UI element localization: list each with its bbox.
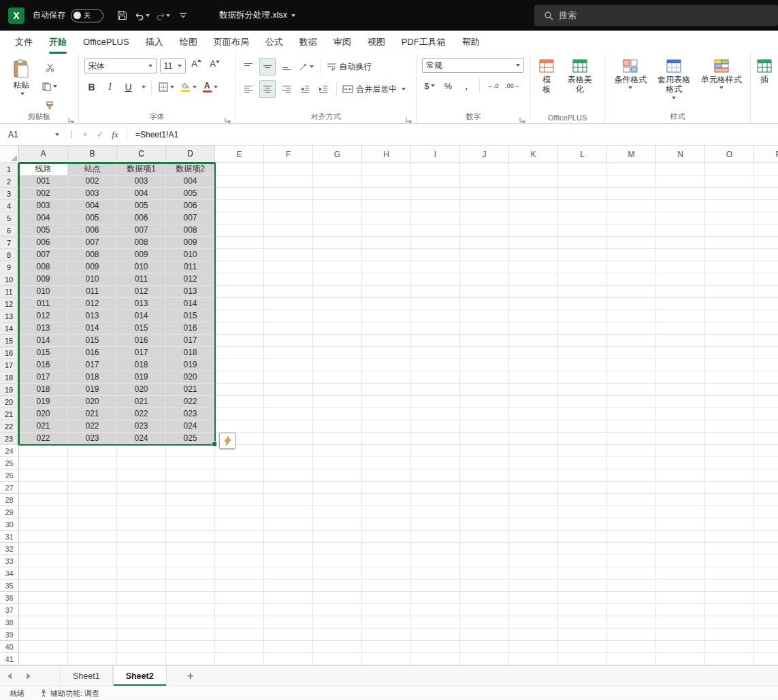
cell-E30[interactable] bbox=[215, 518, 264, 531]
cell-N26[interactable] bbox=[656, 469, 705, 482]
cell-J37[interactable] bbox=[460, 604, 509, 616]
cell-L3[interactable] bbox=[558, 188, 607, 200]
cell-H11[interactable] bbox=[362, 286, 411, 298]
cell-M30[interactable] bbox=[607, 518, 656, 531]
cell-F38[interactable] bbox=[264, 616, 313, 629]
cell-H2[interactable] bbox=[362, 176, 411, 188]
cell-F4[interactable] bbox=[264, 200, 313, 212]
cell-M19[interactable] bbox=[607, 384, 656, 396]
cell-J16[interactable] bbox=[460, 347, 509, 359]
cell-F30[interactable] bbox=[264, 518, 313, 531]
cell-N17[interactable] bbox=[656, 359, 705, 371]
cell-O25[interactable] bbox=[705, 457, 754, 469]
cell-B32[interactable] bbox=[68, 543, 117, 555]
cell-C12[interactable]: 013 bbox=[117, 298, 166, 310]
cell-J21[interactable] bbox=[460, 408, 509, 420]
cell-L33[interactable] bbox=[558, 555, 607, 567]
cell-G22[interactable] bbox=[313, 420, 362, 433]
row-header-36[interactable]: 36 bbox=[0, 592, 19, 604]
orientation-button[interactable] bbox=[297, 59, 315, 75]
cell-K26[interactable] bbox=[509, 469, 558, 482]
cell-C26[interactable] bbox=[117, 469, 166, 482]
cell-H34[interactable] bbox=[362, 567, 411, 580]
cell-I29[interactable] bbox=[411, 506, 460, 518]
cell-G27[interactable] bbox=[313, 482, 362, 494]
cell-C3[interactable]: 004 bbox=[117, 188, 166, 200]
decrease-font-size-button[interactable]: A bbox=[208, 58, 223, 74]
cell-H16[interactable] bbox=[362, 347, 411, 359]
cell-K37[interactable] bbox=[509, 604, 558, 616]
cell-J33[interactable] bbox=[460, 555, 509, 567]
cell-K3[interactable] bbox=[509, 188, 558, 200]
cell-E11[interactable] bbox=[215, 286, 264, 298]
undo-button[interactable] bbox=[133, 7, 151, 24]
cell-F8[interactable] bbox=[264, 249, 313, 261]
cell-A20[interactable]: 019 bbox=[19, 396, 68, 408]
cell-F26[interactable] bbox=[264, 469, 313, 482]
cell-D30[interactable] bbox=[166, 518, 215, 531]
cell-I22[interactable] bbox=[411, 420, 460, 433]
cell-F32[interactable] bbox=[264, 543, 313, 555]
cell-P30[interactable] bbox=[754, 518, 778, 531]
cell-L39[interactable] bbox=[558, 629, 607, 641]
row-header-26[interactable]: 26 bbox=[0, 469, 19, 482]
cell-L32[interactable] bbox=[558, 543, 607, 555]
cell-E16[interactable] bbox=[215, 347, 264, 359]
cell-G15[interactable] bbox=[313, 335, 362, 347]
cell-C30[interactable] bbox=[117, 518, 166, 531]
cell-M11[interactable] bbox=[607, 286, 656, 298]
quick-access-customize-button[interactable] bbox=[174, 7, 192, 24]
cell-K4[interactable] bbox=[509, 200, 558, 212]
cell-B28[interactable] bbox=[68, 494, 117, 506]
cell-K14[interactable] bbox=[509, 322, 558, 335]
cell-D41[interactable] bbox=[166, 653, 215, 665]
cell-E2[interactable] bbox=[215, 176, 264, 188]
row-header-31[interactable]: 31 bbox=[0, 531, 19, 543]
row-header-7[interactable]: 7 bbox=[0, 237, 19, 249]
cell-I30[interactable] bbox=[411, 518, 460, 531]
cell-L28[interactable] bbox=[558, 494, 607, 506]
cell-N8[interactable] bbox=[656, 249, 705, 261]
cell-K5[interactable] bbox=[509, 212, 558, 224]
cell-H22[interactable] bbox=[362, 420, 411, 433]
cell-K30[interactable] bbox=[509, 518, 558, 531]
cell-L13[interactable] bbox=[558, 310, 607, 322]
menu-tab-insert[interactable]: 插入 bbox=[137, 31, 172, 54]
cell-I34[interactable] bbox=[411, 567, 460, 580]
cell-O35[interactable] bbox=[705, 580, 754, 592]
cell-P37[interactable] bbox=[754, 604, 778, 616]
cell-D20[interactable]: 022 bbox=[166, 396, 215, 408]
cell-N19[interactable] bbox=[656, 384, 705, 396]
cell-F2[interactable] bbox=[264, 176, 313, 188]
cell-H12[interactable] bbox=[362, 298, 411, 310]
cell-B31[interactable] bbox=[68, 531, 117, 543]
cell-E21[interactable] bbox=[215, 408, 264, 420]
cell-N33[interactable] bbox=[656, 555, 705, 567]
cell-G33[interactable] bbox=[313, 555, 362, 567]
cell-B13[interactable]: 013 bbox=[68, 310, 117, 322]
column-header-P[interactable]: P bbox=[754, 146, 778, 163]
cell-O23[interactable] bbox=[705, 433, 754, 445]
cell-P4[interactable] bbox=[754, 200, 778, 212]
row-header-29[interactable]: 29 bbox=[0, 506, 19, 518]
cell-B27[interactable] bbox=[68, 482, 117, 494]
cell-G30[interactable] bbox=[313, 518, 362, 531]
cell-P12[interactable] bbox=[754, 298, 778, 310]
cell-O20[interactable] bbox=[705, 396, 754, 408]
cell-G19[interactable] bbox=[313, 384, 362, 396]
cell-A1[interactable]: 线路 bbox=[19, 163, 68, 176]
cell-K12[interactable] bbox=[509, 298, 558, 310]
column-header-F[interactable]: F bbox=[264, 146, 313, 163]
cell-C23[interactable]: 024 bbox=[117, 433, 166, 445]
cell-C20[interactable]: 021 bbox=[117, 396, 166, 408]
cell-N41[interactable] bbox=[656, 653, 705, 665]
cell-O39[interactable] bbox=[705, 629, 754, 641]
cell-L11[interactable] bbox=[558, 286, 607, 298]
column-header-M[interactable]: M bbox=[607, 146, 656, 163]
cell-E4[interactable] bbox=[215, 200, 264, 212]
cell-D37[interactable] bbox=[166, 604, 215, 616]
cell-P27[interactable] bbox=[754, 482, 778, 494]
cell-A39[interactable] bbox=[19, 629, 68, 641]
cell-L12[interactable] bbox=[558, 298, 607, 310]
cell-G21[interactable] bbox=[313, 408, 362, 420]
